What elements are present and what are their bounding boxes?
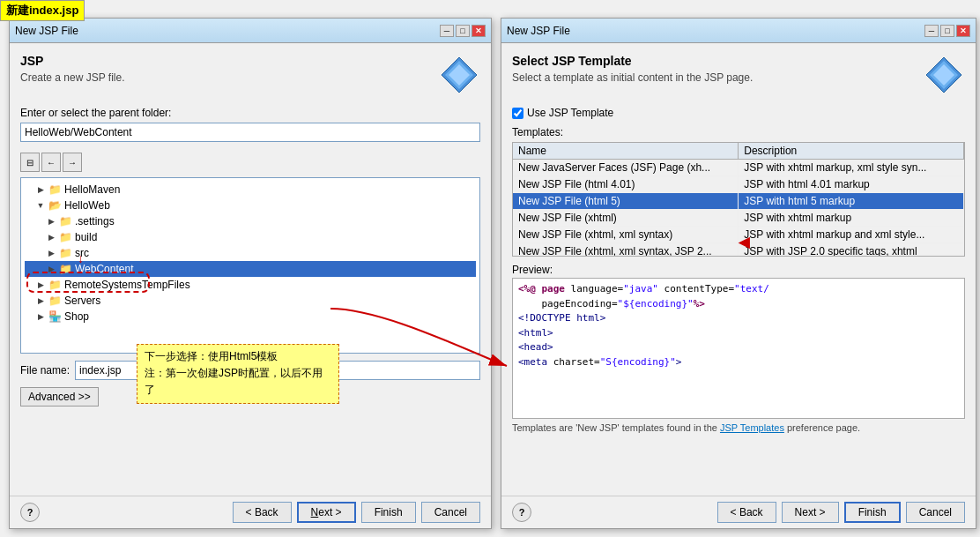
tree-item-settings[interactable]: ▶ 📁 .settings (25, 213, 476, 229)
tree-label-servers: Servers (64, 295, 100, 307)
tree-toggle-hellomaven[interactable]: ▶ (35, 184, 46, 195)
left-dialog-minimize-btn[interactable]: ─ (440, 25, 454, 37)
tree-label-settings: .settings (75, 215, 115, 227)
left-dialog-btn-bar: ? < Back Next > Finish Cancel (10, 496, 491, 528)
left-section-header-text: JSP Create a new JSP file. (20, 54, 125, 84)
src-arrow: ↓ (78, 251, 84, 265)
left-dialog-close-btn[interactable]: ✕ (471, 25, 486, 37)
right-next-btn[interactable]: Next > (782, 502, 839, 523)
template-row-3[interactable]: New JSP File (xhtml) JSP with xhtml mark… (513, 210, 964, 227)
folder-icon-hellomaven: 📁 (48, 183, 62, 197)
advanced-button[interactable]: Advanced >> (20, 387, 99, 406)
parent-folder-label: Enter or select the parent folder: (20, 107, 480, 119)
footer-note-text2: preference page. (787, 422, 860, 433)
tree-item-src[interactable]: ▶ 📁 src (25, 245, 476, 261)
toolbar-collapse-btn[interactable]: ⊟ (20, 153, 40, 172)
template-row-0[interactable]: New JavaServer Faces (JSF) Page (xh... J… (513, 160, 964, 176)
template-desc-2: JSP with html 5 markup (739, 193, 964, 210)
left-help-btn[interactable]: ? (20, 503, 40, 522)
right-cancel-btn[interactable]: Cancel (906, 502, 965, 523)
tree-label-build: build (75, 231, 97, 243)
tree-item-hellomaven[interactable]: ▶ 📁 HelloMaven (25, 182, 476, 198)
template-name-1: New JSP File (html 4.01) (513, 176, 739, 193)
template-name-0: New JavaServer Faces (JSF) Page (xh... (513, 160, 739, 176)
template-desc-5: JSP with JSP 2.0 specific tags, xhtml (739, 243, 964, 257)
left-next-btn[interactable]: Next > (297, 502, 356, 523)
right-back-btn[interactable]: < Back (717, 502, 776, 523)
html5-arrow: ◀ (739, 234, 749, 250)
right-finish-btn[interactable]: Finish (844, 502, 901, 523)
right-help-btn[interactable]: ? (512, 503, 531, 522)
col-desc: Description (739, 143, 964, 160)
right-dialog-close-btn[interactable]: ✕ (956, 25, 970, 37)
left-dialog-maximize-btn[interactable]: □ (456, 25, 470, 37)
folder-icon-build: 📁 (58, 230, 72, 244)
template-name-4: New JSP File (xhtml, xml syntax) (513, 227, 739, 243)
template-row-2[interactable]: New JSP File (html 5) JSP with html 5 ma… (513, 193, 964, 210)
jsp-templates-link[interactable]: JSP Templates (720, 422, 784, 433)
right-section-desc: Select a template as initial content in … (512, 71, 753, 84)
tree-toggle-settings[interactable]: ▶ (46, 216, 56, 227)
left-section-desc: Create a new JSP file. (20, 71, 125, 84)
right-dialog-titlebar: New JSP File ─ □ ✕ (501, 19, 976, 43)
folder-icon-src: 📁 (58, 246, 72, 260)
col-name: Name (513, 143, 739, 160)
left-finish-btn[interactable]: Finish (361, 502, 416, 523)
footer-note: Templates are 'New JSP' templates found … (512, 422, 965, 433)
left-dialog-titlebar: New JSP File ─ □ ✕ (10, 19, 491, 43)
right-dialog: New JSP File ─ □ ✕ Select JSP Template S… (501, 18, 976, 529)
template-name-2: New JSP File (html 5) (513, 193, 739, 210)
top-label: 新建index.jsp (0, 0, 85, 21)
folder-icon-helloweb: 📂 (48, 198, 62, 213)
right-section-header-text: Select JSP Template Select a template as… (512, 54, 753, 84)
left-dialog-title: New JSP File (15, 25, 78, 37)
left-cancel-btn[interactable]: Cancel (421, 502, 480, 523)
template-desc-3: JSP with xhtml markup (739, 210, 964, 227)
tree-label-hellomaven: HelloMaven (64, 183, 120, 196)
right-dialog-btn-bar: ? < Back Next > Finish Cancel (501, 496, 976, 528)
template-name-3: New JSP File (xhtml) (513, 210, 739, 227)
curved-arrow-svg (137, 300, 516, 423)
tree-toggle-helloweb[interactable]: ▼ (35, 200, 46, 211)
left-section-icon (438, 54, 480, 96)
parent-folder-input[interactable] (20, 123, 480, 142)
tree-item-build[interactable]: ▶ 📁 build (25, 229, 476, 245)
template-name-5: New JSP File (xhtml, xml syntax, JSP 2..… (513, 243, 739, 257)
folder-icon-shop: 🏪 (48, 310, 62, 324)
templates-label: Templates: (512, 126, 965, 138)
right-dialog-titlebar-buttons: ─ □ ✕ (924, 25, 970, 37)
tree-item-helloweb[interactable]: ▼ 📂 HelloWeb (25, 198, 476, 213)
template-desc-4: JSP with xhtml markup and xml style... (739, 227, 964, 243)
right-dialog-maximize-btn[interactable]: □ (940, 25, 954, 37)
tree-toggle-shop[interactable]: ▶ (35, 311, 46, 322)
left-section-header: JSP Create a new JSP file. (20, 54, 480, 96)
tree-label-shop: Shop (64, 310, 89, 323)
tree-toolbar: ⊟ ← → (20, 153, 480, 172)
toolbar-forward-btn[interactable]: → (63, 153, 82, 172)
template-row-1[interactable]: New JSP File (html 4.01) JSP with html 4… (513, 176, 964, 193)
preview-area: <%@ page language="java" contentType="te… (512, 278, 965, 419)
left-back-btn[interactable]: < Back (233, 502, 292, 523)
filename-label: File name: (20, 364, 70, 377)
right-dialog-minimize-btn[interactable]: ─ (924, 25, 939, 37)
use-template-label[interactable]: Use JSP Template (527, 107, 613, 119)
right-section-title: Select JSP Template (512, 54, 753, 68)
preview-label: Preview: (512, 264, 965, 276)
tree-toggle-build[interactable]: ▶ (46, 232, 56, 242)
template-desc-1: JSP with html 4.01 markup (739, 176, 964, 193)
right-section-header: Select JSP Template Select a template as… (512, 54, 965, 96)
toolbar-back-btn[interactable]: ← (41, 153, 61, 172)
tree-toggle-src[interactable]: ▶ (46, 248, 56, 258)
template-desc-0: JSP with xhtml markup, xml style syn... (739, 160, 964, 176)
right-section-icon (923, 54, 965, 96)
footer-note-text: Templates are 'New JSP' templates found … (512, 422, 717, 433)
tree-label-helloweb: HelloWeb (64, 199, 110, 212)
left-dialog-titlebar-buttons: ─ □ ✕ (440, 25, 486, 37)
webcontent-highlight (26, 272, 150, 293)
use-template-checkbox[interactable] (512, 108, 523, 119)
left-section-title: JSP (20, 54, 125, 68)
tree-toggle-servers[interactable]: ▶ (35, 295, 46, 306)
folder-icon-servers: 📁 (48, 294, 62, 308)
folder-icon-settings: 📁 (58, 214, 72, 228)
use-template-row: Use JSP Template (512, 107, 965, 119)
